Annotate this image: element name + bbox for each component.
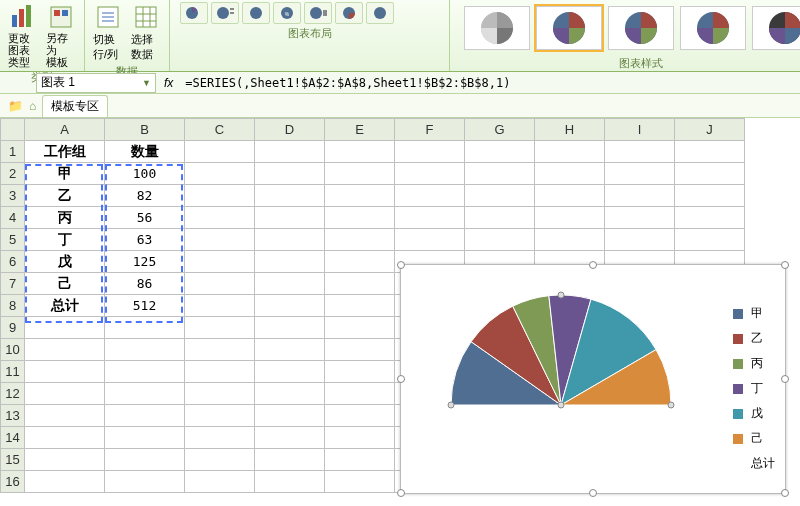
- cell-D5[interactable]: [255, 229, 325, 251]
- cell-E4[interactable]: [325, 207, 395, 229]
- cell-D14[interactable]: [255, 427, 325, 449]
- cell-H5[interactable]: [535, 229, 605, 251]
- cell-F5[interactable]: [395, 229, 465, 251]
- col-header-J[interactable]: J: [675, 119, 745, 141]
- col-header-I[interactable]: I: [605, 119, 675, 141]
- cell-C3[interactable]: [185, 185, 255, 207]
- cell-C12[interactable]: [185, 383, 255, 405]
- cell-C8[interactable]: [185, 295, 255, 317]
- cell-F2[interactable]: [395, 163, 465, 185]
- cell-E16[interactable]: [325, 471, 395, 493]
- cell-A16[interactable]: [25, 471, 105, 493]
- cell-E3[interactable]: [325, 185, 395, 207]
- cell-F4[interactable]: [395, 207, 465, 229]
- cell-F3[interactable]: [395, 185, 465, 207]
- home-icon[interactable]: ⌂: [29, 99, 36, 113]
- row-header-7[interactable]: 7: [1, 273, 25, 295]
- cell-A1[interactable]: 工作组: [25, 141, 105, 163]
- cell-B11[interactable]: [105, 361, 185, 383]
- cell-B7[interactable]: 86: [105, 273, 185, 295]
- layout-preset-5[interactable]: [304, 2, 332, 24]
- cell-G2[interactable]: [465, 163, 535, 185]
- row-header-8[interactable]: 8: [1, 295, 25, 317]
- cell-D12[interactable]: [255, 383, 325, 405]
- cell-C15[interactable]: [185, 449, 255, 471]
- cell-B16[interactable]: [105, 471, 185, 493]
- col-header-B[interactable]: B: [105, 119, 185, 141]
- cell-I4[interactable]: [605, 207, 675, 229]
- cell-D6[interactable]: [255, 251, 325, 273]
- chart-style-5[interactable]: [752, 6, 800, 50]
- cell-C4[interactable]: [185, 207, 255, 229]
- layout-preset-1[interactable]: [180, 2, 208, 24]
- cell-C11[interactable]: [185, 361, 255, 383]
- cell-J1[interactable]: [675, 141, 745, 163]
- embedded-chart[interactable]: 甲乙丙丁戊己总计: [400, 264, 786, 494]
- col-header-A[interactable]: A: [25, 119, 105, 141]
- cell-E9[interactable]: [325, 317, 395, 339]
- cell-E13[interactable]: [325, 405, 395, 427]
- cell-A4[interactable]: 丙: [25, 207, 105, 229]
- cell-E5[interactable]: [325, 229, 395, 251]
- col-header-F[interactable]: F: [395, 119, 465, 141]
- cell-A3[interactable]: 乙: [25, 185, 105, 207]
- cell-J4[interactable]: [675, 207, 745, 229]
- cell-C6[interactable]: [185, 251, 255, 273]
- cell-D13[interactable]: [255, 405, 325, 427]
- cell-D3[interactable]: [255, 185, 325, 207]
- cell-B2[interactable]: 100: [105, 163, 185, 185]
- row-header-14[interactable]: 14: [1, 427, 25, 449]
- cell-C16[interactable]: [185, 471, 255, 493]
- cell-A13[interactable]: [25, 405, 105, 427]
- cell-J5[interactable]: [675, 229, 745, 251]
- resize-handle[interactable]: [781, 489, 789, 497]
- cell-B12[interactable]: [105, 383, 185, 405]
- cell-E2[interactable]: [325, 163, 395, 185]
- select-all-corner[interactable]: [1, 119, 25, 141]
- cell-E10[interactable]: [325, 339, 395, 361]
- layout-preset-6[interactable]: [335, 2, 363, 24]
- row-header-15[interactable]: 15: [1, 449, 25, 471]
- fx-icon[interactable]: fx: [156, 76, 181, 90]
- col-header-H[interactable]: H: [535, 119, 605, 141]
- cell-B5[interactable]: 63: [105, 229, 185, 251]
- layout-preset-7[interactable]: [366, 2, 394, 24]
- cell-D16[interactable]: [255, 471, 325, 493]
- cell-G1[interactable]: [465, 141, 535, 163]
- save-as-template-button[interactable]: 另存为 模板: [44, 2, 78, 68]
- row-header-13[interactable]: 13: [1, 405, 25, 427]
- cell-H1[interactable]: [535, 141, 605, 163]
- cell-E1[interactable]: [325, 141, 395, 163]
- cell-B6[interactable]: 125: [105, 251, 185, 273]
- row-header-10[interactable]: 10: [1, 339, 25, 361]
- cell-D1[interactable]: [255, 141, 325, 163]
- cell-A9[interactable]: [25, 317, 105, 339]
- resize-handle[interactable]: [781, 375, 789, 383]
- row-header-1[interactable]: 1: [1, 141, 25, 163]
- cell-D7[interactable]: [255, 273, 325, 295]
- cell-I2[interactable]: [605, 163, 675, 185]
- layout-preset-2[interactable]: [211, 2, 239, 24]
- row-header-4[interactable]: 4: [1, 207, 25, 229]
- select-data-button[interactable]: 选择数据: [129, 2, 163, 62]
- resize-handle[interactable]: [397, 261, 405, 269]
- cell-A2[interactable]: 甲: [25, 163, 105, 185]
- row-header-16[interactable]: 16: [1, 471, 25, 493]
- cell-G4[interactable]: [465, 207, 535, 229]
- cell-J2[interactable]: [675, 163, 745, 185]
- cell-H4[interactable]: [535, 207, 605, 229]
- resize-handle[interactable]: [589, 489, 597, 497]
- cell-F1[interactable]: [395, 141, 465, 163]
- cell-E15[interactable]: [325, 449, 395, 471]
- cell-E8[interactable]: [325, 295, 395, 317]
- row-header-9[interactable]: 9: [1, 317, 25, 339]
- cell-C13[interactable]: [185, 405, 255, 427]
- folder-icon[interactable]: 📁: [8, 99, 23, 113]
- layout-preset-3[interactable]: [242, 2, 270, 24]
- layout-preset-4[interactable]: %: [273, 2, 301, 24]
- cell-C2[interactable]: [185, 163, 255, 185]
- row-header-3[interactable]: 3: [1, 185, 25, 207]
- col-header-D[interactable]: D: [255, 119, 325, 141]
- cell-E12[interactable]: [325, 383, 395, 405]
- change-chart-type-button[interactable]: 更改 图表类型: [6, 2, 40, 68]
